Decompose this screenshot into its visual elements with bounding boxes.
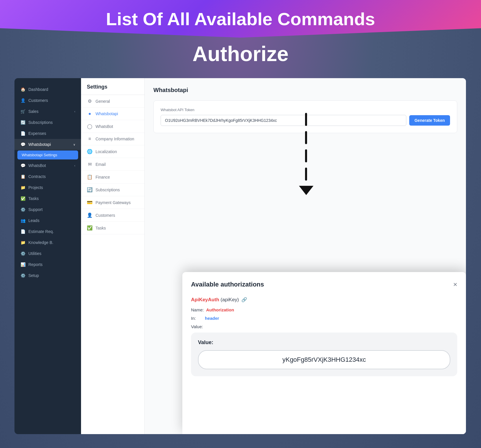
settings-item-tasks[interactable]: ✅ Tasks: [81, 222, 144, 234]
auth-scheme-key: (apiKey): [221, 297, 239, 302]
settings-panel: Settings ⚙ General ● Whatsbotapi ◯ Whats…: [81, 78, 145, 434]
auth-modal: Available authorizations × ApiKeyAuth (a…: [182, 272, 466, 434]
sidebar-label-whatsbot: WhatsBot: [28, 163, 46, 168]
sidebar-item-utilities[interactable]: ⚙️ Utilities: [14, 248, 81, 259]
auth-in-row: In: header: [191, 316, 457, 321]
sidebar-label-utilities: Utilities: [28, 251, 41, 256]
api-token-label: Whatsbot API Token: [161, 108, 450, 112]
auth-in-value: header: [205, 316, 219, 321]
auth-name-value: Authorization: [206, 307, 234, 312]
sidebar-label-whatsbotapi-settings: Whatsbotapi Settings: [22, 153, 57, 157]
banner-title: List Of All Available Commands: [106, 9, 375, 29]
settings-item-payment-gateways[interactable]: 💳 Payment Gateways: [81, 196, 144, 209]
settings-label-general: General: [96, 99, 110, 104]
sidebar-item-tasks[interactable]: ✅ Tasks: [14, 193, 81, 204]
sidebar-label-knowledge: Knowledge B.: [28, 240, 53, 245]
sidebar-item-dashboard[interactable]: 🏠 Dashboard: [14, 84, 81, 95]
subscriptions-icon: 🔄: [20, 120, 25, 125]
sidebar-label-customers: Customers: [28, 98, 48, 103]
sidebar-label-dashboard: Dashboard: [28, 87, 48, 92]
sidebar-item-projects[interactable]: 📁 Projects: [14, 182, 81, 193]
sidebar-item-sales[interactable]: 🛒 Sales ‹: [14, 106, 81, 117]
sidebar-item-whatsbot[interactable]: 💬 WhatsBot ‹: [14, 160, 81, 171]
arrow-head-icon: [299, 186, 313, 195]
sidebar-item-subscriptions[interactable]: 🔄 Subscriptions: [14, 117, 81, 128]
visual-arrow-indicator: [299, 113, 313, 195]
sidebar-item-expenses[interactable]: 📄 Expenses: [14, 128, 81, 139]
sidebar-label-tasks: Tasks: [28, 196, 39, 201]
modal-header: Available authorizations ×: [191, 281, 457, 288]
leads-icon: 👥: [20, 218, 25, 223]
projects-icon: 📁: [20, 185, 25, 190]
settings-item-whatsbot[interactable]: ◯ WhatsBot: [81, 120, 144, 133]
tasks-settings-icon: ✅: [87, 225, 93, 231]
whatsbot-chevron-icon: ‹: [74, 164, 75, 167]
contracts-icon: 📋: [20, 174, 25, 179]
sidebar-label-expenses: Expenses: [28, 131, 46, 136]
whatsbotapi-icon: 💬: [20, 142, 25, 147]
dashboard-icon: 🏠: [20, 87, 25, 92]
authorize-heading: Authorize: [0, 42, 481, 66]
settings-label-customers: Customers: [96, 213, 115, 218]
sidebar-label-sales: Sales: [28, 109, 38, 114]
whatsbot-settings-icon: ◯: [87, 124, 93, 129]
settings-label-payment-gateways: Payment Gateways: [96, 200, 131, 205]
payment-gateways-icon: 💳: [87, 200, 93, 205]
sidebar-label-support: Support: [28, 207, 43, 212]
sidebar-subitem-whatsbotapi-settings[interactable]: Whatsbotapi Settings: [17, 150, 78, 159]
sidebar-label-setup: Setup: [28, 273, 39, 278]
sidebar-item-contracts[interactable]: 📋 Contracts: [14, 171, 81, 182]
sidebar-item-customers[interactable]: 👤 Customers: [14, 95, 81, 106]
settings-item-email[interactable]: ✉ Email: [81, 158, 144, 171]
settings-item-localization[interactable]: 🌐 Localization: [81, 145, 144, 158]
whatsbotapi-settings-icon: ●: [87, 111, 93, 116]
settings-label-whatsbot: WhatsBot: [96, 124, 113, 129]
subscriptions-settings-icon: 🔄: [87, 187, 93, 192]
utilities-icon: ⚙️: [20, 251, 25, 256]
sales-icon: 🛒: [20, 109, 25, 114]
api-token-input[interactable]: [161, 115, 406, 126]
settings-item-whatsbotapi[interactable]: ● Whatsbotapi: [81, 108, 144, 120]
whatsbot-icon: 💬: [20, 163, 25, 168]
arrow-line-4: [305, 168, 307, 181]
tasks-icon: ✅: [20, 196, 25, 201]
main-content: Settings ⚙ General ● Whatsbotapi ◯ Whats…: [81, 78, 466, 434]
auth-api-key-input[interactable]: [198, 350, 450, 369]
sidebar-item-estimate-req[interactable]: 📄 Estimate Req.: [14, 226, 81, 237]
sidebar-label-whatsbotapi: Whatsbotapi: [28, 142, 51, 147]
customers-settings-icon: 👤: [87, 212, 93, 218]
whatsbotapi-content: Whatsbotapi Whatsbot API Token Generate …: [145, 78, 466, 434]
settings-label-localization: Localization: [96, 149, 117, 154]
settings-item-finance[interactable]: 📋 Finance: [81, 171, 144, 183]
whatsbotapi-title: Whatsbotapi: [153, 87, 457, 93]
sidebar-label-subscriptions: Subscriptions: [28, 120, 53, 125]
settings-item-company-info[interactable]: ≡ Company Information: [81, 133, 144, 145]
sidebar-item-reports[interactable]: 📊 Reports: [14, 259, 81, 270]
sidebar-item-knowledge[interactable]: 📁 Knowledge B.: [14, 237, 81, 248]
sidebar-item-support[interactable]: ⚙️ Support: [14, 204, 81, 215]
sales-chevron-icon: ‹: [74, 110, 75, 113]
settings-label-subscriptions: Subscriptions: [96, 188, 120, 192]
settings-item-subscriptions[interactable]: 🔄 Subscriptions: [81, 183, 144, 196]
arrow-line-3: [305, 149, 307, 162]
sidebar-label-projects: Projects: [28, 185, 43, 190]
sidebar-item-leads[interactable]: 👥 Leads: [14, 215, 81, 226]
expenses-icon: 📄: [20, 131, 25, 136]
auth-scheme-title: ApiKeyAuth (apiKey) 🔗: [191, 297, 457, 303]
knowledge-icon: 📁: [20, 240, 25, 245]
estimate-req-icon: 📄: [20, 229, 25, 234]
auth-name-row: Name: Authorization: [191, 307, 457, 312]
sidebar-label-leads: Leads: [28, 218, 39, 223]
settings-item-general[interactable]: ⚙ General: [81, 95, 144, 108]
settings-panel-title: Settings: [81, 84, 144, 95]
localization-icon: 🌐: [87, 149, 93, 154]
generate-token-button[interactable]: Generate Token: [409, 115, 450, 126]
email-icon: ✉: [87, 161, 93, 167]
settings-label-whatsbotapi: Whatsbotapi: [96, 111, 118, 116]
settings-label-company-info: Company Information: [96, 137, 134, 141]
auth-scheme: ApiKeyAuth (apiKey) 🔗 Name: Authorizatio…: [191, 297, 457, 376]
sidebar-item-setup[interactable]: ⚙️ Setup: [14, 270, 81, 281]
sidebar-item-whatsbotapi[interactable]: 💬 Whatsbotapi ∨: [14, 139, 81, 150]
settings-item-customers[interactable]: 👤 Customers: [81, 209, 144, 222]
modal-close-button[interactable]: ×: [453, 281, 457, 288]
